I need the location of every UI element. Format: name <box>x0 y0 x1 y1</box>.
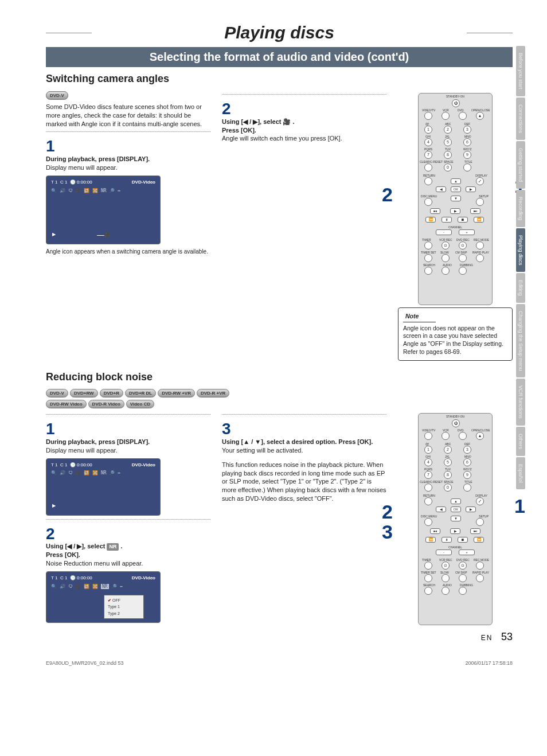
tab-recording[interactable]: Recording <box>516 190 525 227</box>
noise-callout-3: 3 <box>382 519 393 545</box>
noise-step-1-body: Display menu will appear. <box>46 447 118 454</box>
play-icon: ▶ <box>52 232 56 238</box>
play-button[interactable]: ▶ <box>450 208 460 214</box>
noise-step-3-body-2: This function reduces noise in the playb… <box>222 461 386 503</box>
noise-right-col: 1 2 3 STANDBY-ON ⏻ VIDEO/TV VCR DVD OPEN… <box>398 411 513 628</box>
tab-espanol[interactable]: Español <box>516 457 525 490</box>
remote-diagram-1: STANDBY-ON ⏻ VIDEO/TV VCR DVD OPEN/CLOSE… <box>418 93 493 305</box>
tab-getting-started[interactable]: Getting started <box>516 141 525 189</box>
noise-callout-1: 1 <box>514 493 525 520</box>
remote-diagram-2: STANDBY-ON ⏻ VIDEO/TV VCR DVD OPEN/CLOSE… <box>418 413 493 625</box>
ff-button[interactable]: ⏩ <box>474 217 484 223</box>
nr-badge: NR <box>107 543 119 550</box>
noise-step-3-num: 3 <box>222 418 386 440</box>
standby-button[interactable]: ⏻ <box>452 99 460 107</box>
tab-before[interactable]: Before you start <box>516 46 525 96</box>
side-tabs: Before you start Connections Getting sta… <box>516 46 525 489</box>
noise-press-ok: Press [OK]. <box>46 551 80 558</box>
page-number-footer: EN 53 <box>46 631 513 643</box>
open-close-button[interactable]: ▲ <box>476 112 484 120</box>
step-2-num: 2 <box>222 98 386 120</box>
noise-step-3-body-1: Your setting will be activated. <box>222 447 303 454</box>
step-1-num: 1 <box>46 135 210 157</box>
tab-vcr[interactable]: VCR functions <box>516 379 525 426</box>
channel-down[interactable]: - <box>436 229 452 235</box>
angles-intro: Some DVD-Video discs feature scenes shot… <box>46 103 210 128</box>
tab-others[interactable]: Others <box>516 427 525 456</box>
noise-left-col: 1 During playback, press [DISPLAY]. Disp… <box>46 411 210 628</box>
step-1-head: During playback, press [DISPLAY]. <box>46 155 150 162</box>
compatible-disc-badges: DVD-VDVD+RWDVD+RDVD+R DLDVD-RW +VRDVD-R … <box>46 389 513 398</box>
nav-right[interactable]: ▶ <box>466 186 476 192</box>
nav-down[interactable]: ▼ <box>451 196 461 201</box>
prev-button[interactable]: ⏮ <box>430 208 440 214</box>
ok-button[interactable]: OK <box>451 186 461 192</box>
step-1-body: Display menu will appear. <box>46 164 118 171</box>
stop-button[interactable]: ⏹ <box>458 217 468 223</box>
osd-display-1: T 1 C 1 🕒 0:00:00 DVD-Video 🔍 🔊 🗨 🎥 🔁 🔀 … <box>46 176 161 244</box>
left-right-icon: ◀ / ▶ <box>67 543 81 550</box>
crop-marks-footer: E9A80UD_MWR20V6_02.indd 53 2006/01/17 17… <box>46 660 513 666</box>
noise-step-2-num: 2 <box>46 523 210 545</box>
angles-title: Switching camera angles <box>46 73 513 85</box>
noise-title: Reducing block noise <box>46 371 513 383</box>
left-right-icon: ◀ / ▶ <box>243 118 257 125</box>
angles-mid-col: 2 Using [◀ / ▶], select 🎥 . Press [OK]. … <box>222 91 386 361</box>
nav-up[interactable]: ▲ <box>451 178 461 184</box>
angles-right-col: 1 2 STANDBY-ON ⏻ VIDEO/TV VCR DVD OPEN/C… <box>398 91 513 361</box>
tab-connections[interactable]: Connections <box>516 98 525 140</box>
pause-button[interactable]: ⏸ <box>441 217 452 223</box>
step-2-body: Angle will switch each time you press [O… <box>222 135 342 142</box>
section-banner: Selecting the format of audio and video … <box>46 47 513 67</box>
angle-osd-icon: 🎥 <box>104 231 110 238</box>
channel-up[interactable]: + <box>459 229 475 235</box>
tab-playing-discs[interactable]: Playing discs <box>516 228 525 272</box>
press-ok: Press [OK]. <box>222 127 256 134</box>
page-title: Playing discs <box>46 23 513 42</box>
note-box: Note Angle icon does not appear on the s… <box>398 307 513 361</box>
osd-caption: Angle icon appears when a switching came… <box>46 248 210 256</box>
noise-step-2-body: Noise Reduction menu will appear. <box>46 560 143 567</box>
noise-mid-col: 3 Using [▲ / ▼], select a desired option… <box>222 411 386 628</box>
noise-step-1-num: 1 <box>46 418 210 440</box>
note-body: Angle icon does not appear on the screen… <box>403 325 507 356</box>
up-down-icon: ▲ / ▼ <box>243 438 261 445</box>
nr-options-menu: OFF Type 1 Type 2 <box>104 595 144 619</box>
rew-button[interactable]: ⏪ <box>425 217 436 223</box>
display-button[interactable]: ⤢ <box>476 177 484 185</box>
compatible-disc-badges-2: DVD-RW VideoDVD-R VideoVideo CD <box>46 400 513 408</box>
disc-badge: DVD-V <box>46 91 68 100</box>
note-title: Note <box>403 313 436 322</box>
tab-editing[interactable]: Editing <box>516 273 525 303</box>
camera-icon: 🎥 <box>283 118 291 125</box>
next-button[interactable]: ⏭ <box>470 208 480 214</box>
tab-setup-menu[interactable]: Changing the Setup menu <box>516 304 525 378</box>
osd-display-3: T 1 C 1 🕒 0:00:00 DVD-Video 🔍 🔊 🗨 🎥 🔁 🔀 … <box>46 571 161 623</box>
divider <box>46 131 210 132</box>
noise-step-1-head: During playback, press [DISPLAY]. <box>46 438 150 445</box>
callout-2: 2 <box>382 182 393 208</box>
nav-left[interactable]: ◀ <box>436 186 446 192</box>
angles-left-col: DVD-V Some DVD-Video discs feature scene… <box>46 91 210 361</box>
osd-display-2: T 1 C 1 🕒 0:00:00 DVD-Video 🔍 🔊 🗨 🎥 🔁 🔀 … <box>46 458 161 516</box>
